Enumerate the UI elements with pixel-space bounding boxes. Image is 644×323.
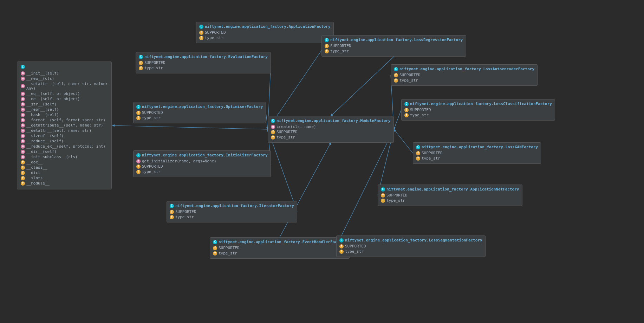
row-icon: f [213, 246, 217, 250]
node-lossClassificationFactory: Cniftynet.engine.application_factory.Los… [401, 99, 555, 121]
row-icon: f [381, 193, 385, 198]
node-row: mcreate(cls, name) [271, 124, 391, 129]
node-row: mget_initializer(name, args=None) [136, 159, 268, 163]
row-icon: f [136, 170, 141, 174]
row-icon: f [416, 156, 420, 161]
node-title-applicationNetFactory: Cniftynet.engine.application_factory.App… [381, 187, 519, 192]
node-iteratorFactory: Cniftynet.engine.application_factory.Ite… [167, 201, 297, 222]
object-method-row: m__ne__(self, o: object) [21, 97, 108, 101]
node-row: ftype_str [325, 49, 463, 53]
method-icon: m [21, 118, 25, 122]
node-title-optimiserFactory: Cniftynet.engine.application_factory.Opt… [136, 104, 263, 109]
object-icon: C [21, 65, 25, 69]
node-icon: C [394, 67, 398, 71]
method-icon: m [21, 71, 25, 76]
node-row: fSUPPORTED [213, 246, 346, 250]
row-icon: m [136, 159, 141, 163]
node-applicationFactory: Cniftynet.engine.application_factory.App… [196, 22, 334, 43]
object-method-row: m__sizeof__(self) [21, 134, 108, 138]
node-title-lossGANFactory: Cniftynet.engine.application_factory.Los… [416, 145, 538, 149]
method-icon: m [21, 113, 25, 117]
svg-line-9 [394, 110, 401, 130]
row-icon: m [271, 125, 275, 129]
row-icon: f [271, 130, 275, 134]
row-icon: f [136, 116, 141, 120]
row-icon: f [199, 36, 203, 40]
node-row: fSUPPORTED [170, 209, 294, 214]
node-title-eventHandlerFactory: Cniftynet.engine.application_factory.Eve… [213, 240, 346, 244]
method-icon: m [21, 150, 25, 154]
node-row: fSUPPORTED [381, 193, 519, 198]
node-title-evaluationFactory: Cniftynet.engine.application_factory.Eva… [139, 54, 268, 59]
node-title-moduleFactory: Cniftynet.engine.application_factory.Mod… [271, 118, 391, 123]
method-icon: f [21, 166, 25, 170]
method-icon: m [21, 155, 25, 159]
node-title-initializerFactory: Cniftynet.engine.application_factory.Ini… [136, 153, 268, 157]
node-icon: C [213, 240, 217, 244]
object-method-row: m__format__(self, format_spec: str) [21, 118, 108, 122]
svg-line-6 [280, 143, 331, 237]
node-title-lossRegressionFactory: Cniftynet.engine.application_factory.Los… [325, 38, 463, 42]
method-icon: m [21, 84, 25, 88]
method-icon: m [21, 144, 25, 149]
row-icon: f [271, 135, 275, 140]
method-icon: m [21, 108, 25, 112]
node-lossGANFactory: Cniftynet.engine.application_factory.Los… [413, 142, 541, 164]
node-icon: C [404, 102, 409, 106]
node-moduleFactory: Cniftynet.engine.application_factory.Mod… [268, 116, 394, 143]
method-icon: m [21, 77, 25, 81]
node-title-applicationFactory: Cniftynet.engine.application_factory.App… [199, 24, 331, 29]
node-title-iteratorFactory: Cniftynet.engine.application_factory.Ite… [170, 204, 294, 208]
row-icon: f [199, 31, 203, 35]
row-icon: f [136, 111, 141, 115]
node-row: fSUPPORTED [404, 108, 552, 112]
method-icon: m [21, 139, 25, 143]
node-row: ftype_str [139, 66, 268, 70]
node-row: fSUPPORTED [394, 73, 534, 77]
node-applicationNetFactory: Cniftynet.engine.application_factory.App… [378, 185, 522, 206]
node-icon: C [416, 145, 420, 149]
method-icon: f [21, 171, 25, 175]
node-row: ftype_str [339, 249, 482, 254]
row-icon: f [404, 108, 409, 112]
row-icon: f [136, 164, 141, 169]
object-title: C [21, 65, 108, 69]
row-icon: f [139, 61, 143, 65]
object-method-row: m__dir__(self) [21, 149, 108, 154]
node-row: ftype_str [170, 215, 294, 219]
row-icon: f [139, 66, 143, 70]
node-row: ftype_str [136, 116, 263, 120]
method-icon: m [21, 129, 25, 133]
node-icon: C [199, 25, 203, 29]
node-row: fSUPPORTED [271, 130, 391, 134]
row-icon: f [325, 49, 329, 53]
object-method-row: f__dict__ [21, 170, 108, 175]
object-method-row: m__repr__(self) [21, 107, 108, 112]
row-icon: f [339, 244, 344, 248]
node-row: fSUPPORTED [199, 30, 331, 35]
row-icon: f [325, 44, 329, 48]
node-row: fSUPPORTED [416, 151, 538, 155]
node-row: ftype_str [136, 169, 268, 174]
node-lossRegressionFactory: Cniftynet.engine.application_factory.Los… [321, 35, 466, 57]
node-row: ftype_str [213, 251, 346, 256]
svg-line-13 [112, 125, 268, 129]
node-row: ftype_str [199, 35, 331, 40]
node-evaluationFactory: Cniftynet.engine.application_factory.Eva… [136, 52, 271, 73]
method-icon: m [21, 102, 25, 106]
node-row: fSUPPORTED [325, 44, 463, 48]
node-row: fSUPPORTED [136, 164, 268, 169]
object-method-row: f__slots__ [21, 176, 108, 180]
svg-line-7 [331, 57, 394, 116]
node-icon: C [339, 238, 344, 243]
node-icon: C [139, 55, 143, 59]
node-eventHandlerFactory: Cniftynet.engine.application_factory.Eve… [210, 237, 350, 259]
method-icon: m [21, 92, 25, 96]
object-method-row: m__eq__(self, o: object) [21, 91, 108, 96]
row-icon: f [381, 199, 385, 203]
node-row: ftype_str [404, 113, 552, 117]
method-icon: m [21, 123, 25, 128]
node-row: ftype_str [381, 198, 519, 203]
node-icon: C [381, 187, 385, 192]
node-icon: C [136, 153, 141, 157]
